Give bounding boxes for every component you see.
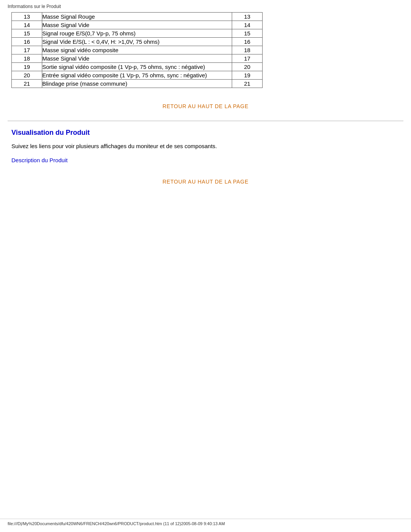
pin-col1: 18 bbox=[12, 54, 42, 63]
pin-desc: Masse signal vidéo composite bbox=[42, 46, 232, 54]
retour-link-2[interactable]: RETOUR AU HAUT DE LA PAGE bbox=[8, 179, 403, 185]
pin-col1: 19 bbox=[12, 63, 42, 71]
page-wrapper: Informations sur le Produit 13Masse Sign… bbox=[0, 0, 411, 211]
table-row: 21Blindage prise (masse commune)21 bbox=[12, 80, 263, 88]
pin-col1: 13 bbox=[12, 13, 42, 21]
retour-anchor-2[interactable]: RETOUR AU HAUT DE LA PAGE bbox=[162, 179, 249, 185]
table-row: 14Masse Signal Vide14 bbox=[12, 21, 263, 29]
pin-desc: Signal rouge E/S(0,7 Vp-p, 75 ohms) bbox=[42, 29, 232, 38]
footer: file:///D|/My%20Documents/dfu/420WN6/FRE… bbox=[0, 519, 411, 528]
pin-desc: Masse Signal Vide bbox=[42, 21, 232, 29]
table-row: 20Entrée signal vidéo composite (1 Vp-p,… bbox=[12, 71, 263, 80]
retour-link-1[interactable]: RETOUR AU HAUT DE LA PAGE bbox=[8, 103, 403, 109]
section-title: Visualisation du Produit bbox=[11, 129, 403, 137]
pin-col3: 15 bbox=[232, 29, 263, 38]
visualisation-section: Visualisation du Produit Suivez les lien… bbox=[8, 129, 403, 163]
pin-col1: 21 bbox=[12, 80, 42, 88]
pin-desc: Masse Signal Vide bbox=[42, 54, 232, 63]
retour-anchor-1[interactable]: RETOUR AU HAUT DE LA PAGE bbox=[162, 103, 249, 109]
pin-col3: 21 bbox=[232, 80, 263, 88]
section-divider bbox=[8, 121, 403, 121]
pin-col1: 14 bbox=[12, 21, 42, 29]
table-row: 19Sortie signal vidéo composite (1 Vp-p,… bbox=[12, 63, 263, 71]
pin-col1: 15 bbox=[12, 29, 42, 38]
pin-desc: Signal Vide E/S(L : < 0,4V, H: >1,0V, 75… bbox=[42, 38, 232, 46]
pin-col3: 20 bbox=[232, 63, 263, 71]
pin-desc: Masse Signal Rouge bbox=[42, 13, 232, 21]
table-row: 16Signal Vide E/S(L : < 0,4V, H: >1,0V, … bbox=[12, 38, 263, 46]
table-row: 13Masse Signal Rouge13 bbox=[12, 13, 263, 21]
section-text: Suivez les liens pour voir plusieurs aff… bbox=[11, 143, 403, 149]
pin-desc: Blindage prise (masse commune) bbox=[42, 80, 232, 88]
pin-col3: 16 bbox=[232, 38, 263, 46]
pin-col3: 17 bbox=[232, 54, 263, 63]
pin-desc: Entrée signal vidéo composite (1 Vp-p, 7… bbox=[42, 71, 232, 80]
pin-col1: 17 bbox=[12, 46, 42, 54]
pin-table: 13Masse Signal Rouge1314Masse Signal Vid… bbox=[11, 12, 263, 88]
pin-col1: 16 bbox=[12, 38, 42, 46]
table-row: 18Masse Signal Vide17 bbox=[12, 54, 263, 63]
table-row: 15Signal rouge E/S(0,7 Vp-p, 75 ohms)15 bbox=[12, 29, 263, 38]
description-link[interactable]: Description du Produit bbox=[11, 157, 68, 163]
pin-col3: 13 bbox=[232, 13, 263, 21]
pin-desc: Sortie signal vidéo composite (1 Vp-p, 7… bbox=[42, 63, 232, 71]
info-label: Informations sur le Produit bbox=[8, 4, 403, 9]
pin-col3: 19 bbox=[232, 71, 263, 80]
footer-text: file:///D|/My%20Documents/dfu/420WN6/FRE… bbox=[8, 521, 225, 526]
pin-col3: 14 bbox=[232, 21, 263, 29]
pin-col3: 18 bbox=[232, 46, 263, 54]
pin-col1: 20 bbox=[12, 71, 42, 80]
table-row: 17Masse signal vidéo composite18 bbox=[12, 46, 263, 54]
